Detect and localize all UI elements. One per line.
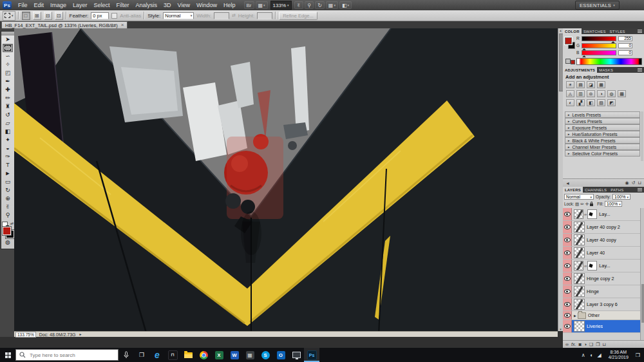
tab-paths[interactable]: PATHS [609,187,625,193]
menu-window[interactable]: Window [193,2,220,8]
delete-layer-icon[interactable]: ⊔ [602,342,605,347]
red-slider[interactable] [582,36,616,41]
swap-colors-icon[interactable]: ⇄ [10,221,14,225]
exposure-icon[interactable]: ▦ [597,81,605,88]
curves-icon[interactable]: ◪ [587,81,595,88]
vibrance-icon[interactable]: ◬ [566,90,574,97]
visibility-toggle[interactable] [563,208,572,220]
document-canvas[interactable] [14,28,558,331]
rectangle-tool[interactable]: ▭ [3,178,13,186]
blue-slider[interactable] [582,50,616,55]
pen-tool[interactable]: ✑ [3,153,13,161]
dodge-tool[interactable]: ◒ [3,144,13,153]
hue-saturation-icon[interactable]: ▥ [576,90,585,97]
type-tool[interactable]: T [3,161,13,169]
store-icon[interactable]: ⊓ [165,348,180,362]
layer-row[interactable]: Layer 3 copy 6 [563,298,644,311]
foreground-color-swatch[interactable] [565,37,572,44]
network-icon[interactable]: ◢ [598,352,601,358]
add-layer-mask-icon[interactable]: ◙ [578,342,581,347]
healing-brush-tool[interactable]: ✚ [3,86,13,94]
slider-thumb-icon[interactable] [582,53,586,57]
preset-item-channel-mixer[interactable]: ►Channel Mixer Presets [565,144,640,150]
file-explorer-icon[interactable] [180,348,196,362]
action-center-icon[interactable]: ❒ [636,352,640,358]
intersect-selection-mode-icon[interactable]: ⊡ [55,12,63,20]
scroll-down-icon[interactable]: ▾ [558,327,563,331]
layer-row[interactable]: ∞ Lay... [563,260,644,272]
tab-adjustments[interactable]: ADJUSTMENTS [563,67,597,73]
visibility-toggle[interactable] [563,221,572,233]
visibility-toggle[interactable] [563,298,572,310]
preset-item-black-white[interactable]: ►Black & White Presets [565,137,640,144]
eraser-tool[interactable]: ▱ [3,119,13,128]
layer-thumbnail[interactable] [574,247,585,258]
menu-help[interactable]: Help [220,2,239,8]
fill-field[interactable]: 100% ▾ [605,201,622,207]
remote-desktop-icon[interactable] [289,348,304,362]
channel-mixer-icon[interactable]: ▩ [618,90,626,97]
start-button[interactable] [0,348,15,362]
lasso-tool[interactable]: ∽ [3,52,13,61]
close-icon[interactable]: × [121,23,124,28]
quick-mask-button[interactable]: ◍ [3,238,13,247]
color-balance-icon[interactable]: ⊜ [587,90,595,97]
tool-preset-picker[interactable]: ▾ [3,11,15,21]
layer-thumbnail[interactable] [574,299,585,310]
tab-swatches[interactable]: SWATCHES [582,28,608,34]
visibility-toggle[interactable] [563,311,572,319]
clone-stamp-tool[interactable]: ♜ [3,102,13,111]
lock-position-icon[interactable]: ✛ [585,202,589,207]
preset-item-hue-saturation[interactable]: ►Hue/Saturation Presets [565,131,640,137]
blue-value-field[interactable]: 0 [618,50,632,55]
preset-item-curves[interactable]: ►Curves Presets [565,118,640,124]
document-tab[interactable]: HB_F14_EXT_TAIL.psd @ 133% (Liveries, RG… [1,21,128,28]
layer-thumbnail[interactable] [574,234,585,245]
brush-tool[interactable]: ✏ [3,94,13,102]
menu-filter[interactable]: Filter [113,2,133,8]
threshold-icon[interactable]: ◧ [587,99,595,106]
tab-channels[interactable]: CHANNELS [583,187,609,193]
arrange-documents-icon[interactable]: ▦ ▾ [326,1,338,9]
layer-row[interactable]: Layer 40 copy [563,234,644,247]
preset-item-levels[interactable]: ►Levels Presets [565,111,640,118]
gamut-warning-icon[interactable] [565,59,571,64]
scroll-up-icon[interactable]: ▴ [558,28,563,32]
skype-app-icon[interactable]: S [258,348,273,362]
blur-tool[interactable]: ✦ [3,136,13,144]
layer-mask-thumbnail[interactable] [587,209,597,219]
panel-menu-icon[interactable] [638,67,644,73]
gradient-map-icon[interactable]: ▧ [597,99,605,106]
rectangular-marquee-tool[interactable] [3,44,13,52]
add-selection-mode-icon[interactable]: ⊞ [33,12,41,20]
layer-thumbnail[interactable] [574,273,585,284]
posterize-icon[interactable]: ▞ [576,99,585,106]
gradient-tool[interactable]: ◧ [3,128,13,136]
presets-scrollbar[interactable] [641,111,643,161]
link-layers-icon[interactable]: ∞ [565,342,569,347]
layer-thumbnail[interactable] [574,321,585,332]
layer-row[interactable]: Hinge copy 2 [563,272,644,285]
search-input[interactable] [28,352,108,359]
launch-bridge-icon[interactable]: Br [244,1,254,9]
layer-row[interactable]: ∞ Lay... [563,208,644,221]
crop-tool[interactable]: ◰ [3,69,13,77]
foreground-color-swatch[interactable] [3,227,11,235]
photoshop-taskbar-icon[interactable]: Ps [304,348,319,362]
chrome-icon[interactable] [196,348,211,362]
red-value-field[interactable]: 255 [618,36,632,41]
menu-select[interactable]: Select [91,2,113,8]
history-brush-tool[interactable]: ↺ [3,111,13,119]
move-tool[interactable]: ➤ [3,35,13,44]
rotate-view-icon[interactable]: ↻ [315,1,325,9]
taskbar-clock[interactable]: 8:36 AM 4/21/2019 [606,350,631,360]
subtract-selection-mode-icon[interactable]: ⊟ [44,12,52,20]
green-slider[interactable] [582,43,616,48]
layer-group-row[interactable]: ▶ Other [563,311,644,320]
menu-layer[interactable]: Layer [70,2,91,8]
zoom-tool[interactable]: ⚲ [3,211,13,220]
levels-icon[interactable]: ▤ [576,81,585,88]
layer-thumbnail[interactable] [574,222,585,233]
reset-icon[interactable]: ↺ [632,180,636,186]
edge-icon[interactable]: e [149,348,165,362]
